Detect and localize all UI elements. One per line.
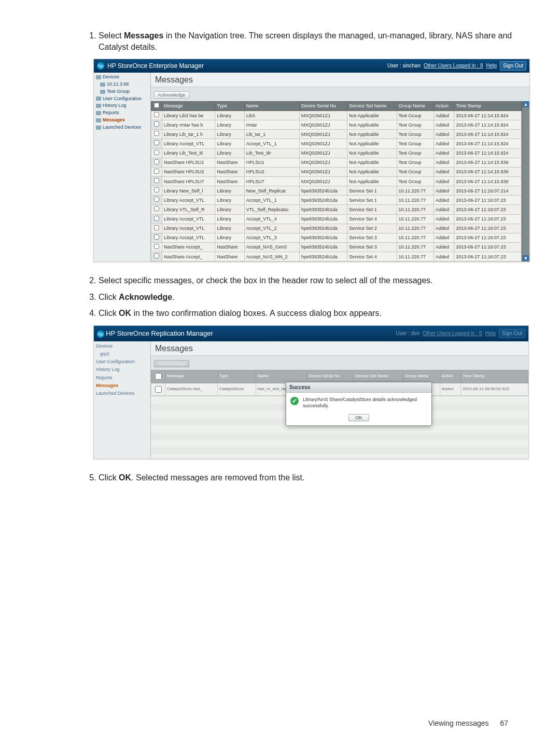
row-checkbox[interactable] bbox=[154, 140, 159, 145]
col-action[interactable]: Action bbox=[440, 370, 460, 383]
table-row[interactable]: Library Lib_Test_itlLibraryLib_Test_itlr… bbox=[151, 148, 522, 158]
nav-messages[interactable]: Messages bbox=[95, 117, 149, 124]
select-all-checkbox[interactable] bbox=[155, 373, 162, 380]
row-checkbox[interactable] bbox=[154, 150, 159, 155]
table-row[interactable]: Library Accept_VTLLibraryAccept_VTL_1MXQ… bbox=[151, 139, 522, 148]
table-row[interactable]: Library VTL_Self_RLibraryVTL_Self_Replic… bbox=[151, 205, 522, 214]
cell-name: Accept_VTL_1 bbox=[244, 196, 299, 205]
col-serial[interactable]: Device Serial Nu bbox=[299, 101, 347, 110]
nav-devices[interactable]: Devices bbox=[95, 342, 149, 350]
table-row[interactable]: Library Accept_VTLLibraryAccept_VTL_3hpe… bbox=[151, 233, 522, 242]
nav-messages[interactable]: Messages bbox=[95, 382, 149, 390]
cell-group: 10.11.220.77 bbox=[397, 196, 433, 205]
cell-type: NasShare bbox=[215, 177, 244, 186]
col-time-stamp[interactable]: Time Stamp bbox=[454, 101, 522, 110]
nav-reports[interactable]: Reports bbox=[95, 109, 149, 117]
scroll-down-icon[interactable]: ▼ bbox=[523, 255, 529, 261]
cell-serial: hpe8393524b1da bbox=[299, 186, 347, 196]
nav-user-config[interactable]: User Configuration bbox=[95, 358, 149, 366]
table-row[interactable]: Library New_Self_lLibraryNew_Self_Replic… bbox=[151, 186, 522, 196]
table-row[interactable]: Library Accept_VTLLibraryAccept_VTL_4hpe… bbox=[151, 214, 522, 224]
row-checkbox[interactable] bbox=[154, 131, 159, 136]
help-link[interactable]: Help bbox=[486, 62, 497, 70]
sign-out-button[interactable]: Sign Out bbox=[500, 61, 526, 71]
help-link[interactable]: Help bbox=[485, 330, 496, 337]
col-group[interactable]: Group Name bbox=[403, 370, 440, 383]
nav-group[interactable]: grp2 bbox=[95, 350, 149, 358]
cell-group: Test Group bbox=[397, 158, 433, 167]
nav-device-ip[interactable]: 10.11.3.66 bbox=[95, 81, 149, 88]
table-row[interactable]: Library rmtar has bLibraryrmtarMXQ02901Z… bbox=[151, 120, 522, 130]
acknowledge-button[interactable]: Acknowledge bbox=[154, 91, 189, 99]
select-all-checkbox[interactable] bbox=[154, 103, 159, 108]
cell-message: Library Accept_VTL bbox=[162, 233, 215, 242]
col-serial[interactable]: Device Serial Nu bbox=[307, 370, 353, 383]
row-checkbox[interactable] bbox=[154, 206, 159, 211]
table-row[interactable]: Library Lib3 has beLibraryLib3MXQ02901ZJ… bbox=[151, 111, 522, 120]
table-row[interactable]: Library Accept_VTLLibraryAccept_VTL_2hpe… bbox=[151, 224, 522, 233]
row-checkbox[interactable] bbox=[154, 159, 159, 164]
cell-group: Test Group bbox=[397, 167, 433, 176]
table-row[interactable]: Library Lib_tar_1 hLibraryLib_tar_1MXQ02… bbox=[151, 130, 522, 139]
col-type[interactable]: Type bbox=[215, 101, 244, 110]
cell-action: Added bbox=[433, 148, 454, 158]
step-1: Select Messages in the Navigation tree. … bbox=[99, 30, 513, 262]
cell-serial: MXQ02901ZJ bbox=[299, 177, 347, 186]
ok-button[interactable]: OK bbox=[348, 414, 369, 421]
col-time-stamp[interactable]: Time Stamp bbox=[460, 370, 528, 383]
message-icon bbox=[96, 118, 101, 122]
nav-history-log[interactable]: History Log bbox=[95, 102, 149, 109]
col-name[interactable]: Name bbox=[256, 370, 307, 383]
row-checkbox[interactable] bbox=[154, 121, 159, 127]
row-checkbox[interactable] bbox=[155, 386, 162, 393]
cell-service-set: Service Set 1 bbox=[347, 186, 397, 196]
sign-out-button[interactable]: Sign Out bbox=[499, 329, 525, 338]
table-row[interactable]: NasShare HPLSU1NasShareHPLSU1MXQ02901ZJN… bbox=[151, 158, 522, 167]
row-checkbox[interactable] bbox=[154, 244, 159, 249]
table-row[interactable]: Library Accept_VTLLibraryAccept_VTL_1hpe… bbox=[151, 196, 522, 205]
row-checkbox[interactable] bbox=[154, 197, 159, 202]
vertical-scrollbar[interactable]: ▲ ▼ bbox=[522, 101, 529, 261]
cell-message: Library rmtar has b bbox=[162, 120, 215, 130]
col-type[interactable]: Type bbox=[217, 370, 256, 383]
nav-launched-devices[interactable]: Launched Devices bbox=[95, 390, 149, 397]
col-name[interactable]: Name bbox=[244, 101, 299, 110]
col-message[interactable]: Message bbox=[165, 370, 218, 383]
other-users-link[interactable]: Other Users Logged in : 0 bbox=[423, 330, 482, 337]
table-row[interactable]: NasShare Accept_NasShareAccept_NAS_Gen3h… bbox=[151, 242, 522, 252]
scroll-up-icon[interactable]: ▲ bbox=[523, 101, 529, 107]
other-users-link[interactable]: Other Users Logged in : 8 bbox=[424, 62, 483, 70]
cell-group: Test Group bbox=[397, 120, 433, 130]
nav-history-log[interactable]: History Log bbox=[95, 366, 149, 374]
row-checkbox[interactable] bbox=[154, 187, 159, 192]
cell-type: Library bbox=[215, 139, 244, 148]
table-row[interactable]: NasShare Accept_NasShareAccept_NAS_MN_2h… bbox=[151, 252, 522, 261]
col-action[interactable]: Action bbox=[433, 101, 454, 110]
nav-launched-devices[interactable]: Launched Devices bbox=[95, 124, 149, 131]
nav-reports[interactable]: Reports bbox=[95, 374, 149, 382]
col-service-set[interactable]: Service Set Name bbox=[347, 101, 397, 110]
nav-user-config[interactable]: User Configuration bbox=[95, 95, 149, 103]
row-checkbox[interactable] bbox=[154, 216, 159, 221]
col-service-set[interactable]: Service Set Name bbox=[353, 370, 403, 383]
table-row[interactable]: NasShare HPLSU2NasShareHPLSU2MXQ02901ZJN… bbox=[151, 167, 522, 176]
row-checkbox[interactable] bbox=[154, 112, 159, 117]
table-header-row: Message Type Name Device Serial Nu Servi… bbox=[151, 101, 522, 110]
row-checkbox[interactable] bbox=[154, 225, 159, 230]
row-checkbox[interactable] bbox=[154, 234, 159, 240]
acknowledge-button[interactable]: Acknowledge bbox=[154, 360, 189, 367]
cell-message: Library VTL_Self_R bbox=[162, 205, 215, 214]
cell-action: Added bbox=[433, 196, 454, 205]
table-row[interactable]: NasShare HPLSU7NasShareHPLSU7MXQ02901ZJN… bbox=[151, 177, 522, 186]
cell-type: Library bbox=[215, 186, 244, 196]
col-group[interactable]: Group Name bbox=[397, 101, 433, 110]
row-checkbox[interactable] bbox=[154, 178, 159, 183]
nav-test-group[interactable]: Test Group bbox=[95, 88, 149, 95]
col-message[interactable]: Message bbox=[162, 101, 215, 110]
row-checkbox[interactable] bbox=[154, 253, 159, 258]
row-checkbox[interactable] bbox=[154, 169, 159, 174]
cell-name: Accept_VTL_3 bbox=[244, 233, 299, 242]
cell-type: NasShare bbox=[215, 252, 244, 261]
title-bar: hp HP StoreOnce Enterprise Manager User … bbox=[94, 59, 529, 73]
nav-devices[interactable]: Devices bbox=[95, 74, 149, 81]
